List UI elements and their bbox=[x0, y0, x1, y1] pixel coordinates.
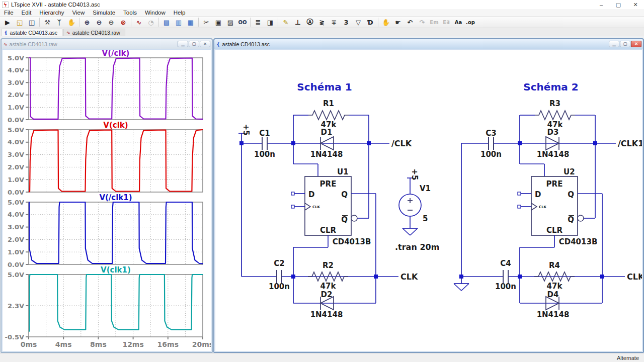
trace-label[interactable]: V(/clk1) bbox=[99, 193, 132, 202]
component-value[interactable]: CD4013B bbox=[333, 237, 371, 246]
control-panel-hammer-icon[interactable]: ⚒ bbox=[41, 17, 53, 27]
maximize-icon[interactable]: ▢ bbox=[610, 0, 627, 9]
circuit-2[interactable]: Schéma 2R347kD31N4148C3100n/CLK1PREDQCLR… bbox=[454, 81, 642, 319]
child-restore-icon[interactable]: ▢ bbox=[189, 41, 199, 47]
component-name[interactable]: C2 bbox=[274, 259, 284, 268]
open-folder-icon[interactable]: ◱ bbox=[14, 17, 26, 27]
component-value[interactable]: 1N4148 bbox=[537, 310, 570, 319]
paste-icon[interactable]: ▨ bbox=[224, 17, 236, 27]
tile-horizontal-icon[interactable]: ▤ bbox=[160, 17, 173, 27]
component-name[interactable]: V1 bbox=[420, 184, 431, 193]
child-close-icon[interactable]: ✕ bbox=[631, 41, 641, 47]
component-name[interactable]: D3 bbox=[547, 128, 559, 137]
halt-running-man-icon[interactable]: ᛉ bbox=[53, 17, 65, 27]
tab-schematic[interactable]: ❴astable CD4013.asc bbox=[1, 29, 62, 36]
menu-edit[interactable]: Edit bbox=[18, 9, 36, 16]
component-value[interactable]: 1N4148 bbox=[310, 310, 343, 319]
component-value[interactable]: 5 bbox=[423, 214, 428, 223]
trace-label[interactable]: V(clk) bbox=[103, 121, 128, 130]
net-label[interactable]: CLK1 bbox=[627, 272, 642, 282]
component-name[interactable]: R4 bbox=[549, 261, 560, 270]
diode-icon[interactable]: ▽ bbox=[352, 17, 364, 27]
component-value[interactable]: 47k bbox=[320, 282, 337, 291]
undo-icon[interactable]: ↶ bbox=[404, 17, 416, 27]
component-name[interactable]: D4 bbox=[547, 290, 559, 299]
component-name[interactable]: U2 bbox=[564, 167, 575, 176]
component-name[interactable]: R3 bbox=[549, 99, 560, 108]
ground-icon[interactable]: ⊥ bbox=[292, 17, 304, 27]
autorange-plot-icon[interactable]: ∿ bbox=[133, 17, 145, 27]
component-name[interactable]: C4 bbox=[500, 259, 511, 268]
run-icon[interactable]: ▶ bbox=[2, 17, 14, 27]
net-label[interactable]: CLK bbox=[400, 272, 418, 282]
zoom-back-icon[interactable]: ⊖ bbox=[93, 17, 105, 27]
menu-help[interactable]: Help bbox=[170, 9, 190, 16]
net-label-icon[interactable]: Ⓐ bbox=[304, 17, 316, 27]
component-value[interactable]: 100n bbox=[480, 150, 502, 159]
schematic-window-titlebar[interactable]: ❴ astable CD4013.asc ▁ ▢ ✕ bbox=[214, 39, 643, 49]
pin-label-clr: CLR bbox=[320, 226, 337, 235]
component-name[interactable]: R1 bbox=[323, 99, 334, 108]
menu-window[interactable]: Window bbox=[141, 9, 170, 16]
zoom-full-extents-icon[interactable]: ⊗ bbox=[117, 17, 129, 27]
component-value[interactable]: 1N4148 bbox=[537, 150, 570, 159]
component-icon[interactable]: Ɗ bbox=[364, 17, 376, 27]
component-value[interactable]: 100n bbox=[254, 150, 275, 159]
minimize-icon[interactable]: – bbox=[593, 0, 610, 9]
net-label[interactable]: /CLK1 bbox=[618, 139, 642, 148]
drag-hand-icon[interactable]: ☛ bbox=[392, 17, 404, 27]
menu-view[interactable]: View bbox=[68, 9, 89, 16]
find-icon[interactable]: ʘʘ bbox=[236, 17, 249, 27]
inductor-icon[interactable]: 3 bbox=[340, 17, 352, 27]
text-icon[interactable]: Aa bbox=[452, 17, 464, 27]
menu-file[interactable]: File bbox=[0, 9, 18, 16]
menu-hierarchy[interactable]: Hierarchy bbox=[35, 9, 68, 16]
component-value[interactable]: CD4013B bbox=[559, 237, 598, 246]
schematic-client[interactable]: Schéma 1R147kD11N4148C1100n/CLKPREDQCLRQ… bbox=[215, 50, 642, 351]
pin-label-pre: PRE bbox=[546, 179, 563, 189]
tile-vertical-icon[interactable]: ▥ bbox=[173, 17, 185, 27]
trace-label[interactable]: V(clk1) bbox=[101, 265, 131, 275]
cascade-windows-icon[interactable]: ▦ bbox=[185, 17, 197, 27]
voltage-source-v1[interactable]: +5V15.tran 20m bbox=[395, 168, 439, 252]
resistor-icon[interactable]: ≷ bbox=[316, 17, 328, 27]
waveform-window-titlebar[interactable]: ∿ astable CD4013.raw ▁ ▢ ✕ bbox=[2, 39, 212, 49]
cut-icon[interactable]: ✂ bbox=[200, 17, 212, 27]
component-name[interactable]: D2 bbox=[321, 290, 333, 299]
circuit-1[interactable]: Schéma 1R147kD11N4148C1100n/CLKPREDQCLRQ… bbox=[238, 81, 418, 319]
component-name[interactable]: D1 bbox=[321, 128, 333, 137]
capacitor-icon[interactable]: ∓ bbox=[328, 17, 340, 27]
component-value[interactable]: 100n bbox=[495, 282, 516, 291]
child-minimize-icon[interactable]: ▁ bbox=[609, 41, 619, 47]
print-icon[interactable]: ≣ bbox=[252, 17, 264, 27]
save-icon[interactable]: ◫ bbox=[26, 17, 38, 27]
spice-directive-icon[interactable]: .op bbox=[464, 17, 476, 27]
menu-simulate[interactable]: Simulate bbox=[89, 9, 119, 16]
zoom-out-icon[interactable]: ⊖ bbox=[105, 17, 117, 27]
menu-tools[interactable]: Tools bbox=[119, 9, 141, 16]
component-value[interactable]: 1N4148 bbox=[310, 150, 343, 159]
move-hand-icon[interactable]: ✋ bbox=[380, 17, 392, 27]
copy-icon[interactable]: ▣ bbox=[212, 17, 224, 27]
component-name[interactable]: C3 bbox=[486, 129, 496, 138]
zoom-in-icon[interactable]: ⊕ bbox=[81, 17, 93, 27]
pause-hand-icon[interactable]: ✋ bbox=[65, 17, 77, 27]
component-name[interactable]: C1 bbox=[259, 129, 270, 138]
component-name[interactable]: R2 bbox=[323, 261, 334, 270]
close-icon[interactable]: ✕ bbox=[627, 0, 644, 9]
child-minimize-icon[interactable]: ▁ bbox=[178, 41, 188, 47]
app-icon: ϟ bbox=[2, 2, 9, 8]
child-restore-icon[interactable]: ▢ bbox=[620, 41, 630, 47]
wire-pencil-icon[interactable]: ✎ bbox=[280, 17, 292, 27]
tab-waveform[interactable]: ∿astable CD4013.raw bbox=[63, 29, 125, 36]
component-value[interactable]: 100n bbox=[269, 282, 290, 291]
component-name[interactable]: U1 bbox=[337, 167, 349, 176]
toolbar-separator bbox=[378, 18, 378, 27]
spice-directive-text[interactable]: .tran 20m bbox=[395, 242, 439, 252]
waveform-client[interactable]: V(/clk)5.0V4.0V3.0V2.0V1.0V0.0VV(clk)5.0… bbox=[3, 50, 211, 351]
component-value[interactable]: 47k bbox=[547, 282, 563, 291]
trace-label[interactable]: V(/clk) bbox=[102, 50, 130, 58]
net-label[interactable]: /CLK bbox=[391, 139, 412, 148]
print-preview-icon[interactable]: ◨ bbox=[264, 17, 276, 27]
child-close-icon[interactable]: ✕ bbox=[200, 41, 210, 47]
